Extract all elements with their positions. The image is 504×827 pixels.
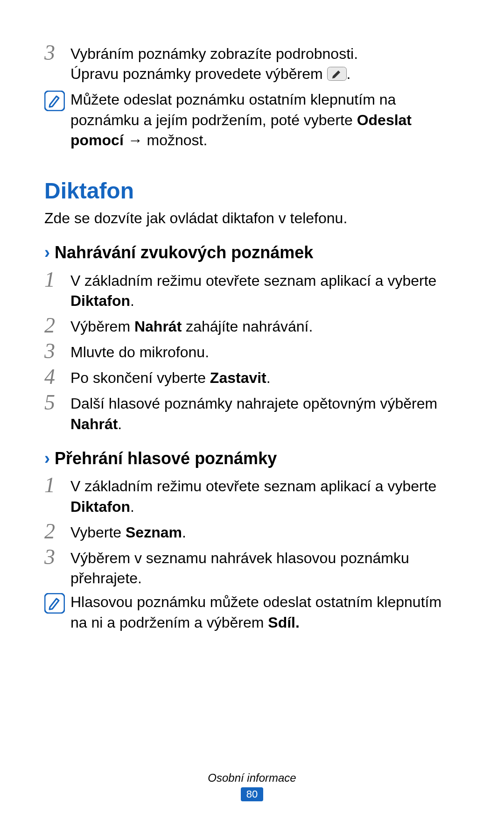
section-description: Zde se dozvíte jak ovládat diktafon v te… — [44, 208, 460, 228]
sub-heading: › Nahrávání zvukových poznámek — [44, 241, 460, 264]
step-row: 3 Výběrem v seznamu nahrávek hlasovou po… — [44, 546, 460, 588]
edit-icon — [327, 66, 347, 86]
step-number: 4 — [44, 366, 70, 388]
text-line-post: . — [347, 65, 351, 82]
text: Výběrem v seznamu nahrávek hlasovou pozn… — [70, 550, 409, 587]
tip-text: Můžete odeslat poznámku ostatním klepnut… — [70, 90, 460, 150]
text-bold: Zastavit — [210, 369, 266, 386]
section-title: Diktafon — [44, 176, 460, 206]
step-number: 2 — [44, 521, 70, 542]
page-footer: Osobní informace 80 — [0, 771, 504, 801]
step-number: 1 — [44, 269, 70, 290]
step-row: 1 V základním režimu otevřete seznam apl… — [44, 474, 460, 516]
sub-heading-text: Přehrání hlasové poznámky — [55, 447, 277, 470]
page: 3 Vybráním poznámky zobrazíte podrobnost… — [0, 0, 504, 827]
step-text: Po skončení vyberte Zastavit. — [70, 366, 460, 388]
text-bold: Sdíl. — [268, 614, 300, 631]
text-bold: Nahrát — [70, 416, 118, 432]
text: Vyberte — [70, 524, 126, 541]
text: V základním režimu otevřete seznam aplik… — [70, 478, 436, 495]
step-row: 1 V základním režimu otevřete seznam apl… — [44, 269, 460, 311]
svg-rect-1 — [45, 91, 64, 111]
step-text: V základním režimu otevřete seznam aplik… — [70, 474, 460, 516]
text: Výběrem — [70, 318, 134, 335]
step-number: 5 — [44, 392, 70, 413]
step-text: Výběrem Nahrát zahájíte nahrávání. — [70, 315, 460, 337]
text: Mluvte do mikrofonu. — [70, 344, 209, 360]
sub-heading-text: Nahrávání zvukových poznámek — [55, 241, 313, 264]
chevron-icon: › — [44, 447, 50, 470]
note-icon — [44, 592, 70, 614]
step-text: Vybráním poznámky zobrazíte podrobnosti.… — [70, 42, 460, 86]
svg-rect-2 — [45, 594, 64, 613]
step-row: 3 Mluvte do mikrofonu. — [44, 340, 460, 362]
step-number: 2 — [44, 315, 70, 336]
text: . — [118, 416, 122, 432]
step-row: 5 Další hlasové poznámky nahrajete opěto… — [44, 392, 460, 434]
text: Hlasovou poznámku můžete odeslat ostatní… — [70, 594, 441, 630]
text: . — [182, 524, 186, 541]
step-row: 2 Vyberte Seznam. — [44, 521, 460, 543]
text-line: Vybráním poznámky zobrazíte podrobnosti. — [70, 45, 358, 62]
text-bold: Diktafon — [70, 498, 130, 515]
content: 3 Vybráním poznámky zobrazíte podrobnost… — [44, 42, 460, 633]
tip-row: Hlasovou poznámku můžete odeslat ostatní… — [44, 592, 460, 632]
step-number: 1 — [44, 474, 70, 496]
step-text: Vyberte Seznam. — [70, 521, 460, 543]
step-row: 3 Vybráním poznámky zobrazíte podrobnost… — [44, 42, 460, 86]
text-bold: Seznam — [126, 524, 182, 541]
footer-section-name: Osobní informace — [0, 771, 504, 785]
text: zahájíte nahrávání. — [182, 318, 313, 335]
step-number: 3 — [44, 340, 70, 362]
text-bold: Nahrát — [134, 318, 182, 335]
note-icon — [44, 90, 70, 111]
text: V základním režimu otevřete seznam aplik… — [70, 272, 436, 289]
text-line-pre: Úpravu poznámky provedete výběrem — [70, 65, 327, 82]
step-row: 2 Výběrem Nahrát zahájíte nahrávání. — [44, 315, 460, 337]
text: . — [130, 292, 134, 309]
step-text: V základním režimu otevřete seznam aplik… — [70, 269, 460, 311]
step-number: 3 — [44, 42, 70, 64]
text: Další hlasové poznámky nahrajete opětovn… — [70, 395, 437, 412]
chevron-icon: › — [44, 241, 50, 264]
tip-row: Můžete odeslat poznámku ostatním klepnut… — [44, 90, 460, 150]
sub-heading: › Přehrání hlasové poznámky — [44, 447, 460, 470]
tip-text: Hlasovou poznámku můžete odeslat ostatní… — [70, 592, 460, 632]
text: Můžete odeslat poznámku ostatním klepnut… — [70, 91, 396, 128]
step-number: 3 — [44, 546, 70, 568]
text: . — [130, 498, 134, 515]
arrow: → — [124, 132, 147, 148]
text-bold: Diktafon — [70, 292, 130, 309]
step-text: Další hlasové poznámky nahrajete opětovn… — [70, 392, 460, 434]
text: Po skončení vyberte — [70, 369, 210, 386]
text: možnost. — [147, 132, 208, 148]
text: . — [266, 369, 271, 386]
step-row: 4 Po skončení vyberte Zastavit. — [44, 366, 460, 388]
page-number-badge: 80 — [241, 787, 263, 801]
step-text: Výběrem v seznamu nahrávek hlasovou pozn… — [70, 546, 460, 588]
step-text: Mluvte do mikrofonu. — [70, 340, 460, 362]
